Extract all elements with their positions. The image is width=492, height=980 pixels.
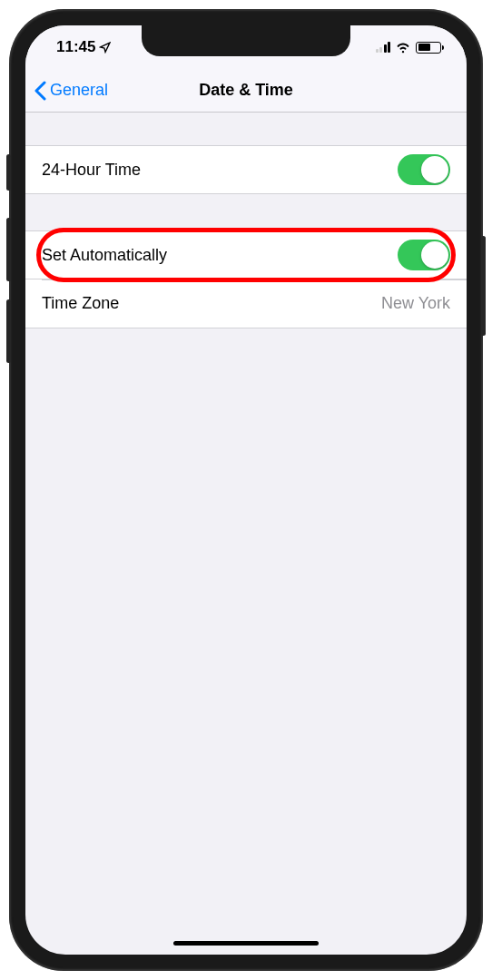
chevron-left-icon xyxy=(34,81,46,101)
set-automatically-cell: Set Automatically xyxy=(25,230,467,279)
time-zone-cell[interactable]: Time Zone New York xyxy=(25,279,467,328)
set-automatically-label: Set Automatically xyxy=(42,246,167,265)
mute-switch xyxy=(6,154,11,191)
location-icon xyxy=(99,42,111,54)
cellular-icon xyxy=(376,42,391,53)
time-zone-label: Time Zone xyxy=(42,294,119,313)
page-title: Date & Time xyxy=(199,81,293,100)
battery-icon xyxy=(416,42,441,54)
back-label: General xyxy=(50,81,108,100)
back-button[interactable]: General xyxy=(25,81,108,101)
wifi-icon xyxy=(395,42,411,54)
screen: 11:45 xyxy=(25,25,467,955)
device-frame: 11:45 xyxy=(9,9,483,971)
content: 24-Hour Time Set Automatically Time Zone… xyxy=(25,113,467,328)
nav-header: General Date & Time xyxy=(25,69,467,113)
power-button xyxy=(481,236,486,336)
set-automatically-toggle[interactable] xyxy=(398,240,450,270)
time-zone-value: New York xyxy=(381,294,450,313)
twenty-four-hour-cell: 24-Hour Time xyxy=(25,145,467,194)
status-left: 11:45 xyxy=(56,38,111,56)
volume-up-button xyxy=(6,218,11,281)
status-time: 11:45 xyxy=(56,38,95,56)
volume-down-button xyxy=(6,299,11,363)
twenty-four-hour-toggle[interactable] xyxy=(398,154,450,185)
notch xyxy=(142,25,350,56)
home-indicator[interactable] xyxy=(173,941,319,946)
twenty-four-hour-label: 24-Hour Time xyxy=(42,161,141,180)
status-right xyxy=(376,42,442,54)
